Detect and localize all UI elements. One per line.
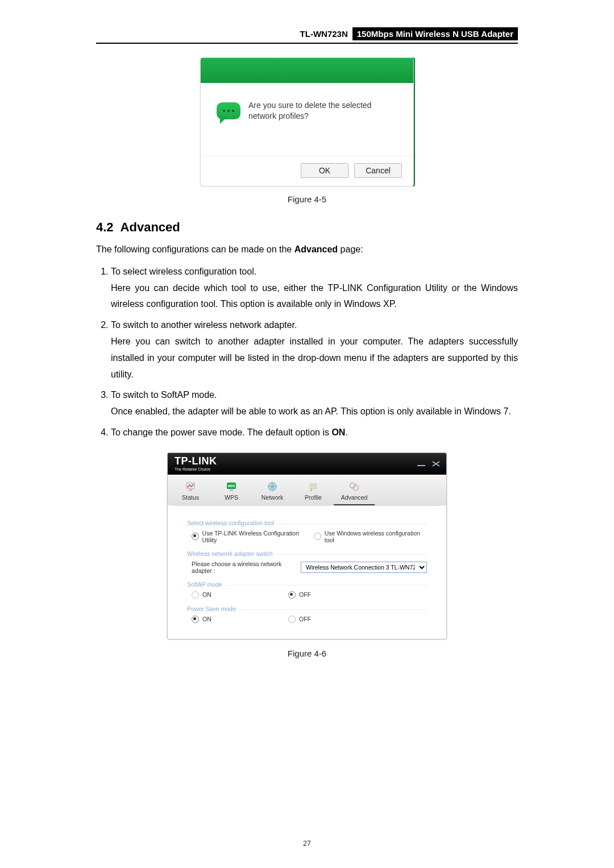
product-model: TL-WN723N <box>296 27 352 40</box>
header-rule <box>96 43 518 44</box>
radio-label: Use Windows wireless configuration tool <box>325 530 427 543</box>
ok-button[interactable]: OK <box>301 163 349 178</box>
advanced-panel: Select wireless configuration tool Use T… <box>168 506 446 639</box>
radio-label: OFF <box>299 616 311 622</box>
brand: TP-LINK The Reliable Choice <box>175 456 217 471</box>
radio-label: ON <box>202 591 211 598</box>
figure-4-5-caption: Figure 4-5 <box>96 194 518 204</box>
svg-rect-0 <box>417 465 425 466</box>
profile-icon <box>307 480 320 493</box>
radio-tplink-utility[interactable] <box>192 533 199 540</box>
page-number: 27 <box>0 840 614 848</box>
svg-rect-9 <box>310 483 317 484</box>
tab-network[interactable]: Network <box>252 478 293 505</box>
radio-label: Use TP-LINK Wireless Configuration Utili… <box>202 530 311 543</box>
group-config-tool: Select wireless configuration tool Use T… <box>187 520 427 543</box>
tab-advanced[interactable]: Advanced <box>334 478 375 505</box>
section-heading: 4.2Advanced <box>96 220 518 235</box>
group-label: Select wireless configuration tool <box>187 520 427 526</box>
list-item: To switch to another wireless network ad… <box>111 317 518 383</box>
product-description: 150Mbps Mini Wireless N USB Adapter <box>352 27 518 40</box>
tab-status[interactable]: Status <box>170 478 211 505</box>
svg-text:WPS: WPS <box>228 484 235 488</box>
product-header: TL-WN723N 150Mbps Mini Wireless N USB Ad… <box>96 27 518 40</box>
radio-windows-tool[interactable] <box>314 533 321 540</box>
section-intro: The following configurations can be made… <box>96 243 518 257</box>
network-icon <box>266 480 279 493</box>
radio-label: OFF <box>299 591 311 598</box>
brand-name: TP-LINK <box>175 456 217 466</box>
cancel-button[interactable]: Cancel <box>354 163 402 178</box>
brand-tagline: The Reliable Choice <box>175 467 217 471</box>
status-icon <box>184 480 197 493</box>
radio-power-off[interactable] <box>288 616 296 623</box>
section-number: 4.2 <box>96 220 114 234</box>
svg-rect-10 <box>310 485 317 487</box>
wps-icon: WPS <box>225 480 238 493</box>
radio-label: ON <box>202 616 211 622</box>
svg-point-12 <box>310 489 313 491</box>
svg-point-13 <box>350 483 355 488</box>
svg-rect-6 <box>230 489 233 491</box>
adapter-prompt: Please choose a wireless network adapter… <box>192 560 294 574</box>
feature-list: To select wireless configuration tool. H… <box>96 264 518 441</box>
delete-profile-dialog: Are you sure to delete the selected netw… <box>200 57 414 186</box>
radio-softap-on[interactable] <box>192 591 199 599</box>
group-softap: SoftAP mode ON OFF <box>187 581 427 599</box>
utility-advanced-window: TP-LINK The Reliable Choice <box>167 452 447 639</box>
radio-power-on[interactable] <box>192 616 199 623</box>
advanced-icon <box>348 480 360 493</box>
group-power-save: Power Save mode ON OFF <box>187 605 427 623</box>
group-label: Wireless network adapter switch <box>187 550 427 557</box>
list-item: To switch to SoftAP mode. Once enabled, … <box>111 387 518 420</box>
tabstrip: Status WPS WPS Network <box>168 475 446 505</box>
group-adapter-switch: Wireless network adapter switch Please c… <box>187 550 427 574</box>
close-icon[interactable] <box>432 460 441 467</box>
radio-softap-off[interactable] <box>288 591 296 599</box>
list-item: To select wireless configuration tool. H… <box>111 264 518 313</box>
svg-rect-11 <box>310 488 317 489</box>
dialog-titlebar <box>201 58 413 83</box>
figure-4-6-caption: Figure 4-6 <box>96 649 518 658</box>
speech-bubble-icon <box>217 102 240 119</box>
section-title: Advanced <box>121 220 180 234</box>
adapter-select[interactable]: Wireless Network Connection 3 TL-WN723N <box>301 562 427 573</box>
group-label: SoftAP mode <box>187 581 427 588</box>
dialog-message: Are you sure to delete the selected netw… <box>248 100 397 122</box>
group-label: Power Save mode <box>187 605 427 612</box>
minimize-icon[interactable] <box>417 460 426 467</box>
tab-profile[interactable]: Profile <box>293 478 334 505</box>
list-item: To change the power save mode. The defau… <box>111 425 518 441</box>
svg-rect-4 <box>189 489 192 491</box>
tab-wps[interactable]: WPS WPS <box>211 478 252 505</box>
